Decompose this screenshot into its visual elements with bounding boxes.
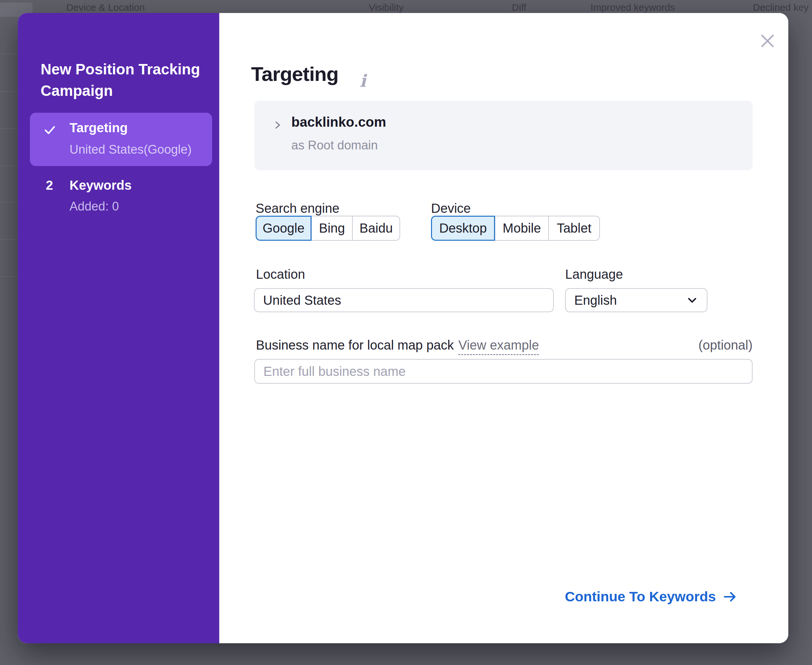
bg-row-divider xyxy=(0,128,18,129)
step-keywords-label: Keywords xyxy=(69,178,131,193)
check-icon xyxy=(43,123,57,137)
continue-label: Continue To Keywords xyxy=(565,589,716,604)
step-targeting-label: Targeting xyxy=(69,121,128,135)
domain-scope: as Root domain xyxy=(291,138,378,152)
wizard-title: New Position Tracking Campaign xyxy=(41,59,206,102)
targeting-panel: Targeting i backlinko.com as Root domain… xyxy=(219,13,788,643)
step-keywords-sublabel: Added: 0 xyxy=(69,200,119,213)
panel-title: Targeting xyxy=(251,62,339,85)
bg-column-declined: Declined key xyxy=(753,2,809,13)
location-input[interactable] xyxy=(254,288,554,312)
device-label: Device xyxy=(431,201,471,216)
search-engine-option-bing[interactable]: Bing xyxy=(311,216,352,241)
domain-summary-box[interactable]: backlinko.com as Root domain xyxy=(254,101,753,170)
business-name-label-row: Business name for local map pack View ex… xyxy=(256,338,753,355)
language-select[interactable]: English xyxy=(565,288,707,312)
search-engine-option-baidu[interactable]: Baidu xyxy=(352,216,400,241)
view-example-link[interactable]: View example xyxy=(458,338,539,355)
wizard-step-keywords[interactable]: 2 Keywords Added: 0 xyxy=(30,175,212,228)
bg-column-device-location: Device & Location xyxy=(66,2,145,13)
bg-row-divider xyxy=(0,239,18,240)
search-engine-label: Search engine xyxy=(255,201,339,216)
close-icon[interactable] xyxy=(759,33,776,49)
search-engine-option-google[interactable]: Google xyxy=(255,216,311,241)
wizard-step-targeting[interactable]: Targeting United States(Google) xyxy=(30,113,212,166)
language-label: Language xyxy=(565,267,623,282)
bg-column-visibility: Visibility xyxy=(368,2,404,13)
business-name-input[interactable] xyxy=(254,359,753,384)
bg-row-divider xyxy=(0,276,18,277)
bg-column-diff: Diff xyxy=(512,2,526,13)
device-option-desktop[interactable]: Desktop xyxy=(431,216,495,241)
step-keywords-number: 2 xyxy=(46,178,53,193)
domain-name: backlinko.com xyxy=(291,115,386,130)
continue-to-keywords-button[interactable]: Continue To Keywords xyxy=(565,589,737,604)
device-segmented-control: Desktop Mobile Tablet xyxy=(431,216,600,241)
chevron-right-icon xyxy=(272,120,283,131)
chevron-down-icon xyxy=(686,294,698,306)
bg-row-divider xyxy=(0,54,18,54)
step-targeting-sublabel: United States(Google) xyxy=(69,142,192,157)
language-selected-value: English xyxy=(574,293,617,308)
wizard-sidebar: New Position Tracking Campaign Targeting… xyxy=(18,13,219,643)
arrow-right-icon xyxy=(722,589,737,604)
optional-note: (optional) xyxy=(698,338,753,352)
device-option-mobile[interactable]: Mobile xyxy=(495,216,548,241)
bg-column-improved: Improved keywords xyxy=(591,2,675,13)
new-campaign-modal: New Position Tracking Campaign Targeting… xyxy=(18,13,788,643)
bg-row-divider xyxy=(0,202,18,203)
search-engine-segmented-control: Google Bing Baidu xyxy=(255,216,400,241)
bg-row-divider xyxy=(0,91,18,92)
bg-row-divider xyxy=(0,165,18,166)
business-name-label: Business name for local map pack xyxy=(256,338,454,352)
location-label: Location xyxy=(256,267,305,282)
device-option-tablet[interactable]: Tablet xyxy=(548,216,600,241)
info-icon[interactable]: i xyxy=(360,71,366,91)
